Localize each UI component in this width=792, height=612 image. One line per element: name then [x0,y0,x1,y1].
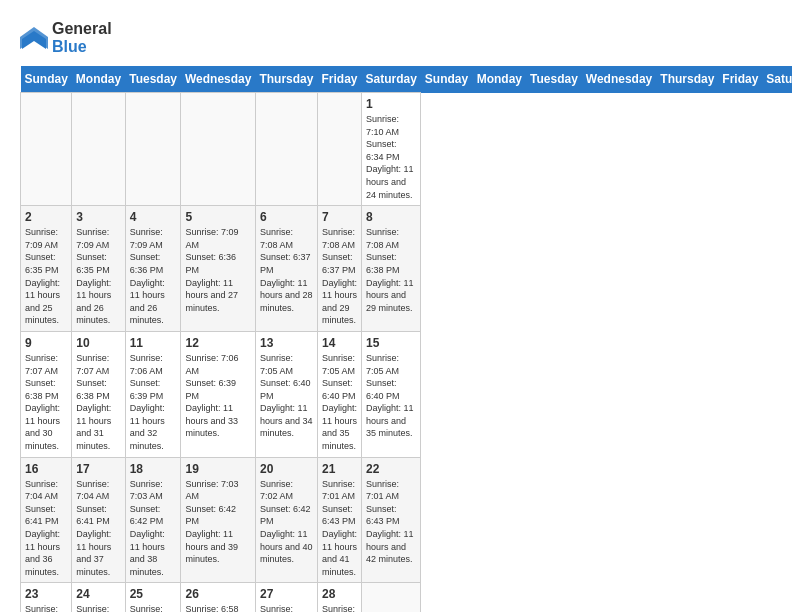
calendar-day: 15Sunrise: 7:05 AM Sunset: 6:40 PM Dayli… [361,331,420,457]
calendar-day [181,93,255,206]
day-number: 20 [260,462,313,476]
calendar-week-1: 2Sunrise: 7:09 AM Sunset: 6:35 PM Daylig… [21,206,793,332]
day-info: Sunrise: 7:09 AM Sunset: 6:35 PM Dayligh… [76,226,120,327]
day-info: Sunrise: 7:01 AM Sunset: 6:43 PM Dayligh… [366,478,416,566]
header-sunday: Sunday [21,66,72,93]
day-info: Sunrise: 7:09 AM Sunset: 6:36 PM Dayligh… [185,226,250,314]
header-sunday: Sunday [421,66,473,93]
calendar-day: 1Sunrise: 7:10 AM Sunset: 6:34 PM Daylig… [361,93,420,206]
calendar-week-3: 16Sunrise: 7:04 AM Sunset: 6:41 PM Dayli… [21,457,793,583]
calendar-day [361,583,420,612]
day-number: 28 [322,587,357,601]
header-friday: Friday [317,66,361,93]
day-info: Sunrise: 6:57 AM Sunset: 6:45 PM Dayligh… [322,603,357,612]
calendar-header-row: SundayMondayTuesdayWednesdayThursdayFrid… [21,66,793,93]
calendar-day: 14Sunrise: 7:05 AM Sunset: 6:40 PM Dayli… [317,331,361,457]
calendar-day: 2Sunrise: 7:09 AM Sunset: 6:35 PM Daylig… [21,206,72,332]
calendar-day: 23Sunrise: 7:00 AM Sunset: 6:43 PM Dayli… [21,583,72,612]
calendar-day: 16Sunrise: 7:04 AM Sunset: 6:41 PM Dayli… [21,457,72,583]
day-info: Sunrise: 6:58 AM Sunset: 6:44 PM Dayligh… [185,603,250,612]
day-info: Sunrise: 6:59 AM Sunset: 6:44 PM Dayligh… [130,603,177,612]
day-number: 12 [185,336,250,350]
day-info: Sunrise: 7:06 AM Sunset: 6:39 PM Dayligh… [185,352,250,440]
calendar-day: 13Sunrise: 7:05 AM Sunset: 6:40 PM Dayli… [255,331,317,457]
day-number: 5 [185,210,250,224]
day-number: 6 [260,210,313,224]
day-info: Sunrise: 7:05 AM Sunset: 6:40 PM Dayligh… [260,352,313,440]
calendar-day: 6Sunrise: 7:08 AM Sunset: 6:37 PM Daylig… [255,206,317,332]
calendar-day: 9Sunrise: 7:07 AM Sunset: 6:38 PM Daylig… [21,331,72,457]
calendar-day: 20Sunrise: 7:02 AM Sunset: 6:42 PM Dayli… [255,457,317,583]
day-number: 13 [260,336,313,350]
calendar-day [255,93,317,206]
day-info: Sunrise: 7:08 AM Sunset: 6:38 PM Dayligh… [366,226,416,314]
header-thursday: Thursday [255,66,317,93]
day-info: Sunrise: 7:10 AM Sunset: 6:34 PM Dayligh… [366,113,416,201]
calendar-day: 17Sunrise: 7:04 AM Sunset: 6:41 PM Dayli… [72,457,125,583]
calendar-day [72,93,125,206]
calendar-day: 4Sunrise: 7:09 AM Sunset: 6:36 PM Daylig… [125,206,181,332]
calendar-day: 8Sunrise: 7:08 AM Sunset: 6:38 PM Daylig… [361,206,420,332]
day-number: 15 [366,336,416,350]
day-number: 10 [76,336,120,350]
day-number: 18 [130,462,177,476]
day-info: Sunrise: 7:00 AM Sunset: 6:44 PM Dayligh… [76,603,120,612]
day-number: 4 [130,210,177,224]
calendar-day [317,93,361,206]
day-number: 23 [25,587,67,601]
calendar-week-0: 1Sunrise: 7:10 AM Sunset: 6:34 PM Daylig… [21,93,793,206]
day-number: 9 [25,336,67,350]
day-info: Sunrise: 7:08 AM Sunset: 6:37 PM Dayligh… [322,226,357,327]
day-info: Sunrise: 7:05 AM Sunset: 6:40 PM Dayligh… [322,352,357,453]
header-wednesday: Wednesday [582,66,656,93]
day-number: 3 [76,210,120,224]
calendar-day: 28Sunrise: 6:57 AM Sunset: 6:45 PM Dayli… [317,583,361,612]
calendar-day: 22Sunrise: 7:01 AM Sunset: 6:43 PM Dayli… [361,457,420,583]
day-number: 16 [25,462,67,476]
calendar-day: 10Sunrise: 7:07 AM Sunset: 6:38 PM Dayli… [72,331,125,457]
calendar-day: 19Sunrise: 7:03 AM Sunset: 6:42 PM Dayli… [181,457,255,583]
calendar-day [21,93,72,206]
calendar-day: 26Sunrise: 6:58 AM Sunset: 6:44 PM Dayli… [181,583,255,612]
day-info: Sunrise: 7:02 AM Sunset: 6:42 PM Dayligh… [260,478,313,566]
day-info: Sunrise: 7:07 AM Sunset: 6:38 PM Dayligh… [25,352,67,453]
calendar-table: SundayMondayTuesdayWednesdayThursdayFrid… [20,66,792,612]
day-info: Sunrise: 7:09 AM Sunset: 6:35 PM Dayligh… [25,226,67,327]
header-wednesday: Wednesday [181,66,255,93]
day-info: Sunrise: 7:04 AM Sunset: 6:41 PM Dayligh… [76,478,120,579]
day-number: 27 [260,587,313,601]
logo: General Blue [20,20,112,56]
day-info: Sunrise: 7:01 AM Sunset: 6:43 PM Dayligh… [322,478,357,579]
day-info: Sunrise: 6:58 AM Sunset: 6:44 PM Dayligh… [260,603,313,612]
calendar-day: 21Sunrise: 7:01 AM Sunset: 6:43 PM Dayli… [317,457,361,583]
header-tuesday: Tuesday [526,66,582,93]
calendar-week-4: 23Sunrise: 7:00 AM Sunset: 6:43 PM Dayli… [21,583,793,612]
calendar-day: 3Sunrise: 7:09 AM Sunset: 6:35 PM Daylig… [72,206,125,332]
day-info: Sunrise: 7:07 AM Sunset: 6:38 PM Dayligh… [76,352,120,453]
day-number: 22 [366,462,416,476]
calendar-day: 27Sunrise: 6:58 AM Sunset: 6:44 PM Dayli… [255,583,317,612]
header-friday: Friday [718,66,762,93]
calendar-day: 24Sunrise: 7:00 AM Sunset: 6:44 PM Dayli… [72,583,125,612]
day-number: 8 [366,210,416,224]
day-number: 24 [76,587,120,601]
calendar-day [125,93,181,206]
calendar-day: 7Sunrise: 7:08 AM Sunset: 6:37 PM Daylig… [317,206,361,332]
calendar-day: 11Sunrise: 7:06 AM Sunset: 6:39 PM Dayli… [125,331,181,457]
logo-general-text: General [52,20,112,37]
day-info: Sunrise: 7:00 AM Sunset: 6:43 PM Dayligh… [25,603,67,612]
header-saturday: Saturday [762,66,792,93]
day-number: 2 [25,210,67,224]
day-number: 17 [76,462,120,476]
day-number: 7 [322,210,357,224]
header-monday: Monday [473,66,526,93]
day-info: Sunrise: 7:06 AM Sunset: 6:39 PM Dayligh… [130,352,177,453]
day-number: 26 [185,587,250,601]
logo-blue-text: Blue [52,38,87,55]
header-tuesday: Tuesday [125,66,181,93]
header-thursday: Thursday [656,66,718,93]
day-number: 1 [366,97,416,111]
day-number: 19 [185,462,250,476]
calendar-day: 5Sunrise: 7:09 AM Sunset: 6:36 PM Daylig… [181,206,255,332]
day-number: 21 [322,462,357,476]
